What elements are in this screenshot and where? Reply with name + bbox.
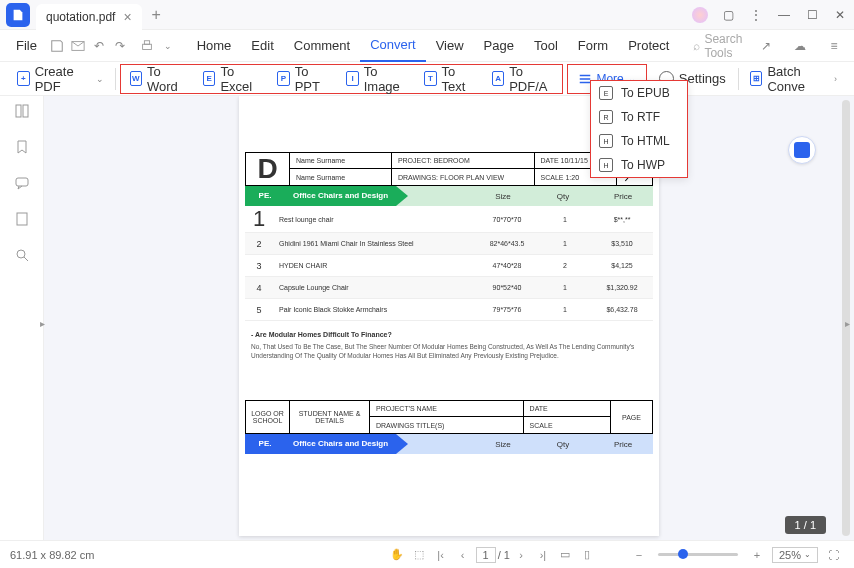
save-icon[interactable]: [49, 34, 66, 58]
page-total: / 1: [498, 549, 510, 561]
prev-page-icon[interactable]: ‹: [452, 544, 474, 566]
theme-icon[interactable]: [686, 1, 714, 29]
section-head-1: PE. Office Chairs and Design Size Qty Pr…: [245, 186, 653, 206]
h2-cell: SCALE: [524, 417, 610, 433]
search-tools[interactable]: ⌕ Search Tools: [693, 32, 750, 60]
row-qty: 1: [539, 306, 591, 313]
h2-page: PAGE: [610, 401, 652, 433]
comment-icon[interactable]: [13, 174, 31, 192]
cloud-icon[interactable]: ☁: [788, 34, 812, 58]
tab-title: quotation.pdf: [46, 10, 115, 24]
zoom-select[interactable]: 25%⌄: [772, 547, 818, 563]
window-icon[interactable]: ▢: [714, 1, 742, 29]
batch-label: Batch Conve: [767, 64, 829, 94]
zoom-in-icon[interactable]: +: [746, 544, 768, 566]
row-price: $6,432.78: [591, 306, 653, 313]
svg-rect-1: [143, 44, 152, 49]
chevron-down-icon: ⌄: [96, 74, 104, 84]
row-price: $**,**: [591, 216, 653, 223]
row-size: 90*52*40: [475, 284, 539, 291]
menu-page[interactable]: Page: [474, 30, 524, 62]
document-tab[interactable]: quotation.pdf ×: [36, 4, 142, 30]
share-icon[interactable]: ↗: [754, 34, 778, 58]
more-item-label: To HWP: [621, 158, 665, 172]
last-page-icon[interactable]: ›|: [532, 544, 554, 566]
section-title: Office Chairs and Design: [285, 186, 396, 206]
note-body: No, That Used To Be The Case, But The Sh…: [245, 342, 653, 380]
h2-logo: LOGO OR SCHOOL: [246, 401, 290, 433]
section-head-2: PE. Office Chairs and Design Size Qty Pr…: [245, 434, 653, 454]
search-sidebar-icon[interactable]: [13, 246, 31, 264]
menu-home[interactable]: Home: [187, 30, 242, 62]
more-item-to-epub[interactable]: ETo EPUB: [591, 81, 687, 105]
section2-title: Office Chairs and Design: [285, 434, 396, 454]
row-size: 70*70*70: [475, 216, 539, 223]
format-icon: R: [599, 110, 613, 124]
select-tool-icon[interactable]: ⬚: [408, 544, 430, 566]
hand-tool-icon[interactable]: ✋: [386, 544, 408, 566]
workspace: ▸ D Name SurnamePROJECT: BEDROOMDATE 10/…: [0, 96, 854, 540]
fit-page-icon[interactable]: ▭: [554, 544, 576, 566]
next-page-icon[interactable]: ›: [510, 544, 532, 566]
more-item-to-html[interactable]: HTo HTML: [591, 129, 687, 153]
format-icon: H: [599, 134, 613, 148]
convert-to-imagebutton[interactable]: ITo Image: [337, 65, 415, 93]
mail-icon[interactable]: [70, 34, 87, 58]
undo-icon[interactable]: ↶: [91, 34, 108, 58]
print-icon[interactable]: [139, 34, 156, 58]
menu-protect[interactable]: Protect: [618, 30, 679, 62]
fit-width-icon[interactable]: ▯: [576, 544, 598, 566]
more-item-to-hwp[interactable]: HTo HWP: [591, 153, 687, 177]
more-item-to-rtf[interactable]: RTo RTF: [591, 105, 687, 129]
format-icon: T: [424, 71, 436, 86]
menu-tool[interactable]: Tool: [524, 30, 568, 62]
magnifier-icon: ⌕: [693, 39, 700, 53]
menu-file[interactable]: File: [8, 38, 45, 53]
header-cell: DRAWINGS: FLOOR PLAN VIEW: [392, 169, 535, 185]
first-page-icon[interactable]: |‹: [430, 544, 452, 566]
row-qty: 1: [539, 284, 591, 291]
fullscreen-icon[interactable]: ⛶: [822, 544, 844, 566]
menu-convert[interactable]: Convert: [360, 30, 426, 62]
app-logo: [6, 3, 30, 27]
attachment-icon[interactable]: [13, 210, 31, 228]
zoom-out-icon[interactable]: −: [628, 544, 650, 566]
menu-form[interactable]: Form: [568, 30, 618, 62]
row-size: 82*46*43.5: [475, 240, 539, 247]
page-current-input[interactable]: 1: [476, 547, 496, 563]
format-icon: E: [203, 71, 215, 86]
menu-comment[interactable]: Comment: [284, 30, 360, 62]
h2-cell: PROJECT'S NAME: [370, 401, 524, 417]
convert-to-textbutton[interactable]: TTo Text: [415, 65, 483, 93]
print-chevron-icon[interactable]: ⌄: [160, 34, 177, 58]
convert-to-pptbutton[interactable]: PTo PPT: [268, 65, 337, 93]
page-badge: 1 / 1: [785, 516, 826, 534]
thumbnails-icon[interactable]: [13, 102, 31, 120]
coords-label: 61.91 x 89.82 cm: [10, 549, 94, 561]
close-icon[interactable]: ✕: [826, 1, 854, 29]
convert-to-excelbutton[interactable]: ETo Excel: [194, 65, 268, 93]
redo-icon[interactable]: ↷: [112, 34, 129, 58]
tab-add-button[interactable]: +: [152, 6, 161, 24]
maximize-icon[interactable]: ☐: [798, 1, 826, 29]
minimize-icon[interactable]: —: [770, 1, 798, 29]
hamburger-icon[interactable]: ≡: [822, 34, 846, 58]
tab-close-icon[interactable]: ×: [123, 9, 131, 25]
format-icon: P: [277, 71, 289, 86]
zoom-slider[interactable]: [658, 553, 738, 556]
convert-to-wordbutton[interactable]: WTo Word: [121, 65, 195, 93]
bookmark-icon[interactable]: [13, 138, 31, 156]
word-icon: [794, 142, 810, 158]
convert-to-pdf-abutton[interactable]: ATo PDF/A: [483, 65, 563, 93]
word-fab[interactable]: [788, 136, 816, 164]
convert-label: To PPT: [295, 64, 329, 94]
create-pdf-button[interactable]: + Create PDF ⌄: [8, 65, 113, 93]
right-expand-icon[interactable]: ▸: [845, 318, 850, 329]
menu-edit[interactable]: Edit: [241, 30, 283, 62]
batch-convert-button[interactable]: ⊞ Batch Conve ›: [741, 65, 846, 93]
menu-view[interactable]: View: [426, 30, 474, 62]
kebab-icon[interactable]: ⋮: [742, 1, 770, 29]
more-item-label: To HTML: [621, 134, 670, 148]
table-row: 4Capsule Lounge Chair90*52*401$1,320.92: [245, 277, 653, 299]
row-num: 1: [245, 206, 273, 232]
